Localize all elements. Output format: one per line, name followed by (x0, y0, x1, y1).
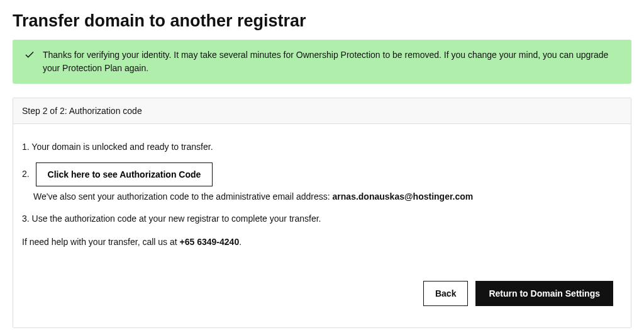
step-2-number: 2. (22, 168, 30, 181)
panel-header: Step 2 of 2: Authorization code (13, 98, 631, 124)
page-title: Transfer domain to another registrar (13, 11, 631, 31)
step-2: 2. Click here to see Authorization Code … (22, 162, 622, 203)
panel-body: 1. Your domain is unlocked and ready to … (13, 124, 631, 327)
success-alert: Thanks for verifying your identity. It m… (13, 40, 631, 84)
admin-email: arnas.donauskas@hostinger.com (333, 191, 474, 202)
step-2-sub-prefix: We've also sent your authorization code … (33, 191, 333, 202)
help-phone: +65 6349-4240 (180, 237, 240, 247)
help-prefix: If need help with your transfer, call us… (22, 237, 180, 247)
step-1: 1. Your domain is unlocked and ready to … (22, 140, 622, 154)
step-3: 3. Use the authorization code at your ne… (22, 212, 622, 225)
alert-text: Thanks for verifying your identity. It m… (43, 48, 620, 75)
step-2-subtext: We've also sent your authorization code … (33, 190, 622, 203)
check-icon (24, 49, 35, 60)
back-button[interactable]: Back (423, 281, 468, 306)
step-3-number: 3. (22, 212, 30, 225)
authorization-panel: Step 2 of 2: Authorization code 1. Your … (13, 98, 631, 328)
panel-footer: Back Return to Domain Settings (22, 272, 622, 315)
show-auth-code-button[interactable]: Click here to see Authorization Code (36, 162, 213, 186)
return-to-domain-settings-button[interactable]: Return to Domain Settings (475, 281, 613, 306)
step-3-text: Use the authorization code at your new r… (32, 213, 321, 224)
help-text: If need help with your transfer, call us… (22, 237, 622, 247)
help-suffix: . (239, 237, 242, 247)
step-1-number: 1. (22, 140, 30, 154)
step-1-text: Your domain is unlocked and ready to tra… (31, 142, 213, 152)
